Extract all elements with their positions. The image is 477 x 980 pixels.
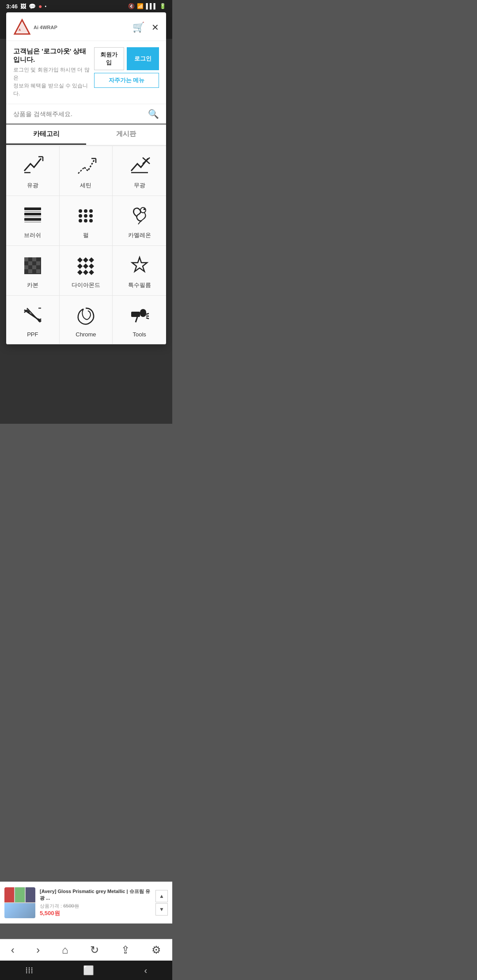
svg-line-5 (78, 167, 84, 173)
mugwang-label: 무광 (134, 181, 145, 189)
svg-rect-37 (36, 269, 40, 273)
svg-marker-40 (89, 257, 94, 263)
logo-text: Ai 4WRAP (34, 25, 57, 30)
yugang-icon (21, 154, 45, 178)
category-item-mugwang[interactable]: 무광 (113, 146, 166, 196)
svg-line-56 (136, 317, 137, 322)
setin-icon (74, 154, 98, 178)
mute-icon: 🔇 (128, 3, 135, 9)
diamond-icon (74, 254, 98, 278)
cart-icon[interactable]: 🛒 (132, 22, 144, 33)
ppf-label: PPF (27, 331, 38, 338)
svg-rect-54 (140, 309, 146, 317)
category-item-brush[interactable]: 브러쉬 (6, 196, 60, 246)
category-item-yugang[interactable]: 유광 (6, 146, 60, 196)
tab-category[interactable]: 카테고리 (6, 124, 86, 145)
svg-point-23 (79, 219, 82, 222)
svg-marker-39 (83, 257, 88, 263)
svg-marker-46 (89, 270, 94, 275)
svg-rect-34 (24, 265, 28, 269)
svg-rect-12 (24, 211, 41, 212)
svg-marker-42 (83, 264, 88, 269)
tools-icon (128, 304, 151, 328)
svg-rect-55 (131, 312, 140, 317)
login-button[interactable]: 로그인 (127, 47, 159, 70)
svg-rect-11 (24, 207, 41, 210)
carbon-icon (21, 254, 45, 278)
svg-point-22 (89, 214, 93, 218)
dot-icon: • (45, 4, 47, 9)
svg-line-47 (24, 310, 41, 321)
svg-marker-41 (77, 264, 83, 269)
status-right: 🔇 📶 ▌▌▌ 🔋 (128, 3, 166, 9)
svg-point-20 (79, 214, 82, 218)
auth-section: 고객님은 '로그아웃' 상태입니다. 로그인 및 회원가입 하시면 더 많은정보… (6, 41, 166, 104)
circle-icon: ● (38, 3, 42, 10)
brush-icon (21, 204, 45, 228)
status-time: 3:46 (6, 3, 18, 10)
svg-point-17 (79, 209, 82, 213)
setin-label: 세틴 (80, 181, 91, 189)
svg-point-24 (84, 219, 87, 222)
category-item-diamond[interactable]: 다이아몬드 (60, 246, 113, 296)
ppf-icon (21, 304, 45, 328)
svg-point-18 (84, 209, 87, 213)
category-item-ppf[interactable]: PPF (6, 296, 60, 344)
peol-icon (74, 204, 98, 228)
yugang-label: 유광 (27, 181, 38, 189)
category-item-setin[interactable]: 세틴 (60, 146, 113, 196)
svg-marker-44 (77, 270, 83, 275)
peol-label: 펄 (83, 231, 89, 239)
auth-status-title: 고객님은 '로그아웃' 상태입니다. (13, 47, 90, 64)
svg-point-28 (144, 208, 145, 210)
wifi-icon: 📶 (137, 3, 144, 9)
logo-area: A Ai 4WRAP (13, 19, 57, 36)
chrome-icon (74, 304, 98, 328)
category-grid: 유광 세틴 (6, 146, 166, 344)
svg-text:A: A (19, 28, 21, 31)
search-input[interactable] (13, 110, 144, 117)
category-item-tools[interactable]: Tools (113, 296, 166, 344)
category-item-peol[interactable]: 펄 (60, 196, 113, 246)
svg-rect-36 (32, 265, 36, 269)
category-item-carbon[interactable]: 카본 (6, 246, 60, 296)
special-icon (128, 254, 151, 278)
svg-line-57 (146, 313, 149, 314)
close-icon[interactable]: ✕ (151, 22, 159, 33)
message-icon: 💬 (29, 3, 36, 10)
modal: A Ai 4WRAP 🛒 ✕ 고객님은 '로그아웃' 상태입니다. 로그인 및 … (6, 12, 166, 344)
mugwang-icon (128, 154, 151, 178)
svg-line-59 (146, 318, 149, 319)
modal-header: A Ai 4WRAP 🛒 ✕ (6, 12, 166, 41)
auth-description: 로그인 및 회원가입 하시면 더 많은정보와 혜택을 받으실 수 있습니다. (13, 66, 90, 98)
svg-rect-30 (24, 257, 28, 261)
category-item-chrome[interactable]: Chrome (60, 296, 113, 344)
diamond-label: 다이아몬드 (72, 281, 100, 289)
search-icon[interactable]: 🔍 (148, 109, 159, 119)
svg-point-19 (89, 209, 93, 213)
auth-buttons: 회원가입 로그인 자주가는 메뉴 (94, 47, 159, 88)
auth-text: 고객님은 '로그아웃' 상태입니다. 로그인 및 회원가입 하시면 더 많은정보… (13, 47, 90, 98)
chameleon-label: 카멜레온 (128, 231, 151, 239)
carbon-label: 카본 (27, 281, 38, 289)
frequent-menu-button[interactable]: 자주가는 메뉴 (94, 73, 159, 88)
chameleon-icon (128, 204, 151, 228)
photo-icon: 🖼 (20, 3, 26, 10)
svg-rect-13 (24, 213, 41, 215)
svg-rect-32 (32, 257, 36, 261)
svg-rect-35 (28, 269, 32, 273)
signal-icon: ▌▌▌ (146, 3, 157, 9)
chrome-label: Chrome (76, 331, 96, 338)
svg-rect-31 (28, 261, 32, 265)
svg-rect-16 (24, 222, 41, 222)
category-item-chameleon[interactable]: 카멜레온 (113, 196, 166, 246)
header-icons: 🛒 ✕ (132, 22, 159, 33)
svg-rect-33 (36, 261, 40, 265)
status-bar: 3:46 🖼 💬 ● • 🔇 📶 ▌▌▌ 🔋 (0, 0, 172, 12)
category-item-special[interactable]: 특수필름 (113, 246, 166, 296)
svg-point-25 (89, 219, 93, 222)
tab-board[interactable]: 게시판 (86, 124, 166, 145)
svg-marker-38 (77, 257, 83, 263)
register-button[interactable]: 회원가입 (94, 47, 124, 70)
brush-label: 브러쉬 (24, 231, 41, 239)
